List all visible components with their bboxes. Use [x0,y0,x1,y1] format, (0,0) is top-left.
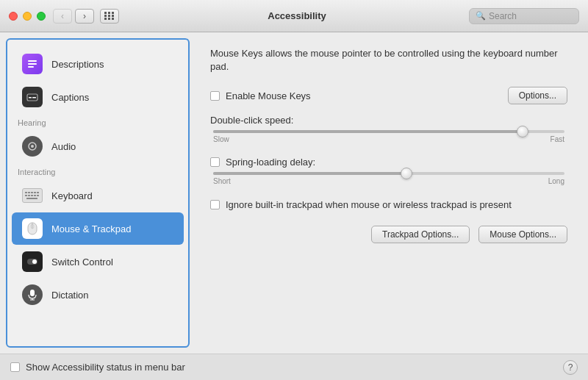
double-click-speed-fill [213,130,523,133]
sidebar-item-audio[interactable]: Audio [12,130,184,162]
svg-rect-16 [34,195,36,196]
double-click-speed-slider[interactable]: Slow Fast [213,130,564,143]
svg-rect-14 [28,195,30,196]
detail-panel: Mouse Keys allows the mouse pointer to b… [190,32,588,354]
double-click-speed-track [213,130,564,133]
sidebar-item-mouse-trackpad[interactable]: Mouse & Trackpad [12,212,184,245]
enable-mouse-keys-label: Enable Mouse Keys [226,90,311,101]
mouse-options-button[interactable]: Mouse Options... [478,226,567,243]
app-grid-button[interactable] [100,9,119,24]
double-click-speed-section: Double-click speed: Slow Fast [210,115,567,143]
search-box[interactable]: 🔍 [469,8,579,24]
dictation-icon [21,283,44,306]
svg-rect-18 [26,198,37,199]
forward-button[interactable]: › [75,9,94,24]
sidebar: Descriptions Captions Hearing Audio Inte… [6,38,190,348]
keyboard-label: Keyboard [51,190,93,201]
spring-loading-checkbox[interactable] [210,157,220,167]
captions-icon [21,85,44,109]
titlebar: ‹ › Accessibility 🔍 [0,0,588,32]
close-button[interactable] [9,12,18,21]
svg-rect-5 [32,97,36,98]
svg-rect-11 [34,192,36,193]
enable-mouse-keys-checkbox[interactable] [210,91,220,101]
spring-loading-label: Spring-loading delay: [226,157,315,168]
spring-loading-delay-section: Spring-loading delay: Short Long [210,157,567,185]
bottom-bar: Show Accessibility status in menu bar ? [0,354,588,380]
sidebar-item-descriptions[interactable]: Descriptions [12,48,184,80]
long-label: Long [548,177,564,185]
descriptions-icon [21,52,44,76]
spring-loading-delay-thumb[interactable] [401,168,412,179]
svg-rect-0 [28,60,37,62]
bottom-buttons: Trackpad Options... Mouse Options... [210,226,567,243]
svg-point-7 [31,145,34,148]
sidebar-item-captions[interactable]: Captions [12,81,184,113]
svg-rect-2 [28,66,34,68]
svg-rect-24 [30,290,35,296]
ignore-trackpad-row: Ignore built-in trackpad when mouse or w… [210,198,567,212]
audio-icon [21,135,44,158]
svg-rect-17 [37,195,39,196]
spring-loading-delay-slider[interactable]: Short Long [213,172,564,185]
ignore-trackpad-label: Ignore built-in trackpad when mouse or w… [226,198,512,212]
search-input[interactable] [489,11,573,21]
keyboard-icon [21,184,44,207]
sidebar-item-dictation[interactable]: Dictation [12,279,184,311]
spring-loading-delay-track [213,172,564,175]
spring-loading-delay-fill [213,172,406,175]
fast-label: Fast [551,135,564,143]
traffic-lights [9,12,46,21]
svg-rect-13 [25,195,27,196]
options-button[interactable]: Options... [508,87,567,104]
svg-rect-15 [31,195,33,196]
ignore-trackpad-checkbox[interactable] [210,200,220,209]
trackpad-options-button[interactable]: Trackpad Options... [371,226,470,243]
section-interacting: Interacting [7,163,188,179]
sidebar-item-keyboard[interactable]: Keyboard [12,179,184,212]
short-label: Short [213,177,231,185]
show-status-label: Show Accessibility status in menu bar [26,362,185,373]
svg-point-23 [32,259,37,264]
main-content: Descriptions Captions Hearing Audio Inte… [0,32,588,354]
minimize-button[interactable] [23,12,32,21]
enable-mouse-keys-row: Enable Mouse Keys Options... [210,87,567,104]
svg-rect-1 [28,63,37,65]
dictation-label: Dictation [51,290,89,301]
detail-description: Mouse Keys allows the mouse pointer to b… [210,47,567,74]
window-title: Accessibility [125,10,469,21]
audio-label: Audio [51,141,76,152]
show-status-row: Show Accessibility status in menu bar [10,362,563,373]
double-click-speed-label: Double-click speed: [210,115,567,126]
maximize-button[interactable] [37,12,46,21]
mouse-trackpad-label: Mouse & Trackpad [51,223,131,234]
help-button[interactable]: ? [563,360,578,375]
mouse-trackpad-icon [21,217,44,240]
spring-loading-row: Spring-loading delay: [210,157,567,168]
double-click-speed-thumb[interactable] [517,126,528,137]
spring-loading-delay-labels: Short Long [213,177,564,185]
enable-mouse-keys-checkbox-row: Enable Mouse Keys [210,90,311,101]
double-click-speed-labels: Slow Fast [213,135,564,143]
grid-icon [104,12,115,20]
sidebar-item-switch-control[interactable]: Switch Control [12,245,184,278]
search-icon: 🔍 [476,11,486,21]
section-hearing: Hearing [7,114,188,129]
switch-control-label: Switch Control [51,257,113,268]
svg-rect-10 [31,192,33,193]
svg-rect-9 [28,192,30,193]
svg-rect-12 [37,192,39,193]
descriptions-label: Descriptions [51,59,104,70]
switch-control-icon [21,250,44,273]
nav-buttons: ‹ › [53,9,94,24]
show-status-checkbox[interactable] [10,362,20,372]
slow-label: Slow [213,135,229,143]
svg-rect-8 [25,192,27,193]
svg-rect-4 [29,97,32,98]
back-button[interactable]: ‹ [53,9,72,24]
captions-label: Captions [51,92,89,103]
